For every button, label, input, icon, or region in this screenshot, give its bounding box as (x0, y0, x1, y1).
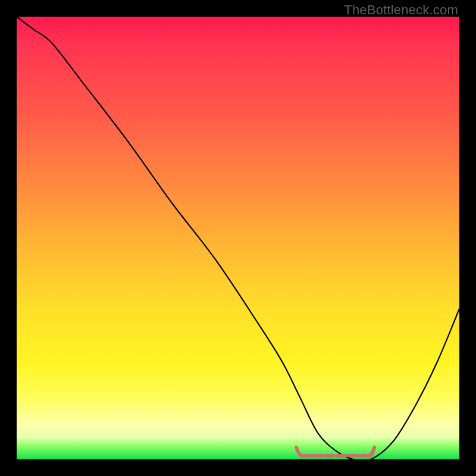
bottleneck-curve (17, 17, 459, 461)
watermark-text: TheBottleneck.com (344, 2, 458, 18)
minimum-marker (296, 447, 374, 457)
chart-frame (17, 17, 459, 459)
chart-svg (17, 17, 459, 459)
